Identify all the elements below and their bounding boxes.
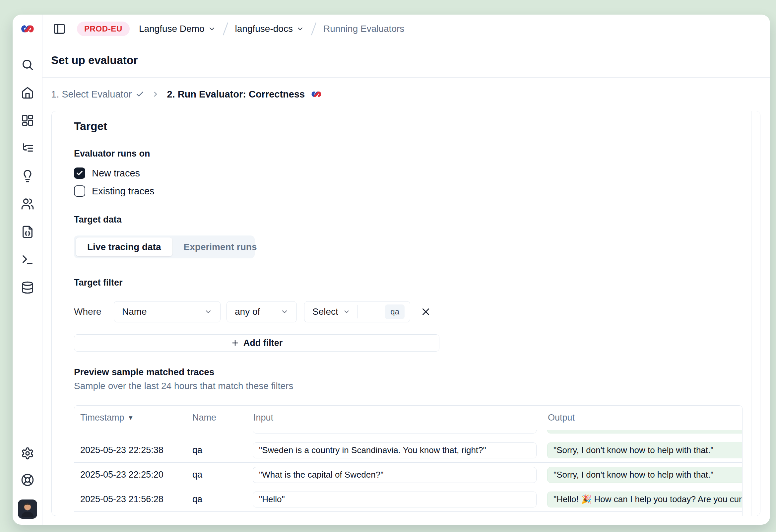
filter-value-chip[interactable]: qa	[385, 305, 405, 319]
breadcrumb-project[interactable]: langfuse-docs	[235, 24, 304, 34]
cell-output[interactable]: "Hello! 🎉 How can I help you today? Are …	[547, 492, 742, 508]
users-icon[interactable]	[21, 197, 34, 211]
page-title: Set up evaluator	[51, 54, 138, 67]
table-row[interactable]: 2025-05-23 22:25:20 qa "What is the capi…	[74, 462, 742, 487]
user-avatar[interactable]	[18, 500, 37, 519]
cell-input[interactable]: "Hello"	[253, 492, 537, 508]
breadcrumb-separator	[221, 21, 230, 36]
cell-output[interactable]: "Hello there! 😊 How can I assist you tod…	[547, 516, 742, 516]
database-icon[interactable]	[21, 281, 34, 295]
page-header: Set up evaluator	[42, 43, 770, 77]
checkbox-label: New traces	[92, 168, 140, 179]
langfuse-mark-icon	[311, 88, 322, 100]
app-window: PROD-EU Langfuse Demo langfuse-docs Runn…	[13, 15, 770, 525]
filter-column-select[interactable]: Name	[114, 301, 220, 322]
table-row-partial[interactable]	[74, 430, 742, 438]
cell-input[interactable]: "Sweden is a country in Scandinavia. You…	[253, 442, 537, 459]
chevron-down-icon	[296, 25, 304, 33]
tab-experiment-runs[interactable]: Experiment runs	[172, 237, 268, 256]
add-filter-button[interactable]: Add filter	[74, 334, 439, 352]
where-label: Where	[74, 307, 102, 317]
column-header-output[interactable]: Output	[543, 412, 742, 423]
runs-on-label: Evaluator runs on	[74, 149, 760, 159]
checkbox-icon[interactable]	[74, 185, 85, 197]
step-select-evaluator[interactable]: 1. Select Evaluator	[51, 89, 144, 100]
file-json-icon[interactable]	[21, 225, 34, 239]
divider	[358, 305, 358, 318]
table-row[interactable]: 2025-05-23 19:07:28 qa "Hello" "Hello th…	[74, 511, 742, 516]
cell-timestamp: 2025-05-23 21:56:28	[74, 494, 186, 505]
dashboard-grid-icon[interactable]	[21, 114, 34, 127]
cell-name: qa	[186, 470, 248, 480]
card-scrollbar[interactable]	[751, 111, 760, 516]
cell-name: qa	[186, 494, 248, 505]
cell-timestamp: 2025-05-23 22:25:38	[74, 445, 186, 456]
preview-title: Preview sample matched traces	[74, 367, 760, 377]
target-filter-label: Target filter	[74, 278, 760, 288]
checkbox-label: Existing traces	[92, 186, 155, 197]
column-label: Timestamp	[80, 412, 124, 423]
chevron-down-icon	[208, 25, 216, 33]
chevron-right-icon	[152, 90, 160, 98]
cell-output[interactable]: "Sorry, I don't know how to help with th…	[547, 442, 742, 459]
column-header-timestamp[interactable]: Timestamp ▼	[74, 412, 186, 423]
preview-table: Timestamp ▼ Name Input Output	[74, 405, 743, 516]
breadcrumb-org[interactable]: Langfuse Demo	[139, 24, 216, 34]
card-wrap: Target Evaluator runs on New traces	[42, 111, 770, 525]
column-header-name[interactable]: Name	[186, 412, 248, 423]
filter-value-select[interactable]: Select qa	[304, 301, 410, 322]
chevron-down-icon	[280, 308, 288, 316]
list-tree-icon[interactable]	[21, 141, 34, 155]
wizard-steps: 1. Select Evaluator 2. Run Evaluator: Co…	[42, 77, 770, 111]
langfuse-logo[interactable]	[13, 15, 42, 43]
cell-timestamp: 2025-05-23 22:25:20	[74, 470, 186, 480]
tab-live-tracing-data[interactable]: Live tracing data	[76, 237, 172, 256]
step-label: 1. Select Evaluator	[51, 89, 132, 100]
cell-input[interactable]: "What is the capital of Sweden?"	[253, 467, 537, 483]
chevron-down-icon	[343, 308, 350, 315]
target-data-label: Target data	[74, 215, 760, 225]
table-header: Timestamp ▼ Name Input Output	[74, 406, 742, 430]
step-run-evaluator: 2. Run Evaluator: Correctness	[167, 88, 322, 100]
check-icon	[136, 90, 144, 99]
chevron-down-icon	[204, 308, 212, 316]
org-name: Langfuse Demo	[139, 24, 205, 34]
table-row[interactable]: 2025-05-23 22:25:38 qa "Sweden is a coun…	[74, 438, 742, 462]
section-title: Target	[74, 120, 760, 133]
preview-subtitle: Sample over the last 24 hours that match…	[74, 381, 760, 391]
remove-filter-icon[interactable]	[419, 306, 432, 318]
cell-name: qa	[186, 445, 248, 456]
sort-desc-icon: ▼	[128, 414, 134, 421]
sidebar	[13, 15, 42, 525]
evaluator-form-card: Target Evaluator runs on New traces	[51, 111, 760, 516]
home-icon[interactable]	[21, 85, 34, 100]
checkbox-new-traces[interactable]: New traces	[74, 168, 140, 179]
life-buoy-icon[interactable]	[21, 473, 34, 487]
filter-operator-select[interactable]: any of	[226, 301, 297, 322]
main-area: PROD-EU Langfuse Demo langfuse-docs Runn…	[42, 15, 770, 525]
filter-value-placeholder: Select	[313, 307, 338, 317]
screen: PROD-EU Langfuse Demo langfuse-docs Runn…	[0, 0, 776, 532]
column-header-input[interactable]: Input	[248, 412, 543, 423]
filter-column-value: Name	[122, 307, 147, 317]
terminal-icon[interactable]	[21, 253, 34, 267]
breadcrumb-separator	[310, 21, 318, 36]
sidebar-toggle-icon[interactable]	[52, 22, 66, 36]
checkbox-existing-traces[interactable]: Existing traces	[74, 185, 155, 197]
search-icon[interactable]	[21, 58, 34, 72]
checkbox-icon[interactable]	[74, 168, 85, 179]
breadcrumb-page: Running Evaluators	[323, 24, 404, 34]
column-label: Input	[253, 412, 273, 423]
add-filter-label: Add filter	[243, 338, 283, 348]
lightbulb-icon[interactable]	[21, 169, 34, 183]
column-label: Name	[192, 412, 216, 423]
table-row[interactable]: 2025-05-23 21:56:28 qa "Hello" "Hello! 🎉…	[74, 487, 742, 511]
cell-output[interactable]: "Sorry, I don't know how to help with th…	[547, 467, 742, 483]
target-data-tabs: Live tracing data Experiment runs	[74, 235, 255, 258]
table-body: 2025-05-23 22:25:38 qa "Sweden is a coun…	[74, 430, 742, 516]
settings-gear-icon[interactable]	[21, 447, 34, 460]
filter-operator-value: any of	[235, 307, 260, 317]
environment-badge[interactable]: PROD-EU	[77, 22, 130, 36]
step-label: 2. Run Evaluator: Correctness	[167, 89, 305, 100]
cell-input[interactable]: "Hello"	[253, 516, 537, 516]
